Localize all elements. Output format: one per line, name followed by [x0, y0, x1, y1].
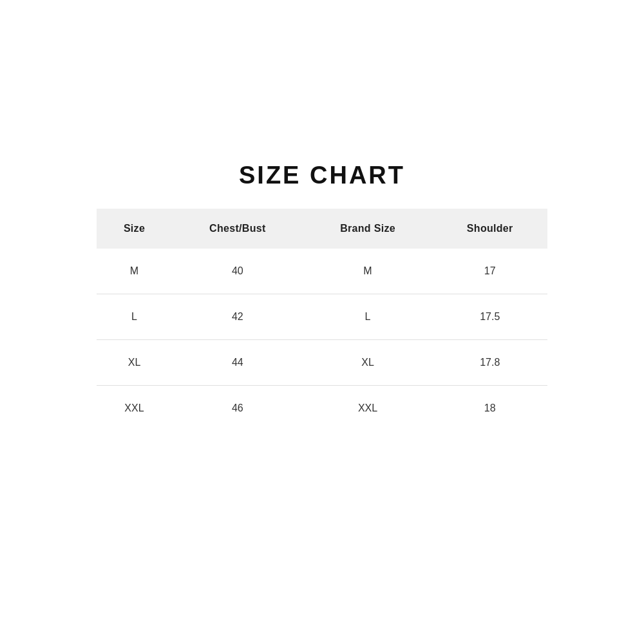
- cell-r0-c2: M: [303, 249, 433, 294]
- cell-r3-c3: 18: [432, 386, 547, 431]
- table-row: L42L17.5: [97, 294, 547, 340]
- size-table: Size Chest/Bust Brand Size Shoulder M40M…: [97, 209, 547, 431]
- cell-r0-c1: 40: [172, 249, 303, 294]
- cell-r3-c0: XXL: [97, 386, 172, 431]
- col-header-shoulder: Shoulder: [432, 209, 547, 249]
- cell-r2-c0: XL: [97, 340, 172, 386]
- cell-r1-c0: L: [97, 294, 172, 340]
- cell-r0-c3: 17: [432, 249, 547, 294]
- col-header-chest: Chest/Bust: [172, 209, 303, 249]
- cell-r2-c3: 17.8: [432, 340, 547, 386]
- cell-r1-c3: 17.5: [432, 294, 547, 340]
- cell-r2-c2: XL: [303, 340, 433, 386]
- size-chart-container: SIZE CHART Size Chest/Bust Brand Size Sh…: [97, 162, 547, 431]
- cell-r3-c1: 46: [172, 386, 303, 431]
- table-header-row: Size Chest/Bust Brand Size Shoulder: [97, 209, 547, 249]
- table-row: XXL46XXL18: [97, 386, 547, 431]
- table-row: XL44XL17.8: [97, 340, 547, 386]
- page-title: SIZE CHART: [239, 162, 405, 189]
- cell-r1-c2: L: [303, 294, 433, 340]
- cell-r2-c1: 44: [172, 340, 303, 386]
- cell-r0-c0: M: [97, 249, 172, 294]
- cell-r3-c2: XXL: [303, 386, 433, 431]
- col-header-size: Size: [97, 209, 172, 249]
- table-row: M40M17: [97, 249, 547, 294]
- col-header-brand: Brand Size: [303, 209, 433, 249]
- cell-r1-c1: 42: [172, 294, 303, 340]
